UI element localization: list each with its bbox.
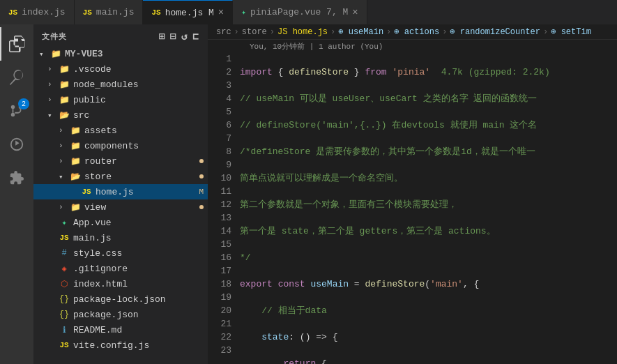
json-file-icon: {} <box>59 294 70 305</box>
tree-item-readme[interactable]: ℹ README.md <box>33 322 208 338</box>
code-line-9: export const useMain = defineStore('main… <box>240 278 617 291</box>
code-line-2: // useMain 可以是 useUser、useCart 之类的名字 返回的… <box>240 92 617 105</box>
code-line-5: 简单点说就可以理解成是一个命名空间。 <box>240 172 617 185</box>
tree-item-router[interactable]: › 📁 router <box>33 153 208 169</box>
modified-dot <box>199 205 204 209</box>
arrow-right: › <box>59 203 70 211</box>
close-icon[interactable]: × <box>218 7 224 18</box>
tree-root[interactable]: ▾ 📁 MY-VUE3 <box>33 46 208 61</box>
new-file-icon[interactable]: ⊞ <box>159 30 166 43</box>
collapse-icon[interactable]: ⊏ <box>192 30 199 43</box>
tree-item-store[interactable]: ▾ 📂 store <box>33 169 208 184</box>
arrow-right: › <box>59 126 70 135</box>
svg-point-2 <box>11 105 15 109</box>
sep: › <box>386 27 391 37</box>
tree-root-label: MY-VUE3 <box>65 49 103 59</box>
code-line-10: // 相当于data <box>240 304 617 317</box>
tree-label: assets <box>84 126 208 136</box>
tree-item-vite-config[interactable]: JS vite.config.js <box>33 338 208 353</box>
tab-label: home.js M <box>165 8 214 18</box>
code-line-7: 第一个是 state，第二个是 getters，第三个是 actions。 <box>240 225 617 238</box>
sidebar: 文件夹 ⊞ ⊟ ↺ ⊏ ▾ 📁 MY-VUE3 › 📁 <box>33 24 208 364</box>
tree-item-public[interactable]: › 📁 public <box>33 92 208 107</box>
tab-index-js[interactable]: JS index.js <box>0 0 75 24</box>
breadcrumb-src: src <box>216 27 231 37</box>
arrow-right: › <box>59 157 70 165</box>
tab-pinia-page[interactable]: ✦ piniaPage.vue 7, M × <box>233 0 367 24</box>
html-file-icon: ⬡ <box>59 278 70 289</box>
code-line-12: return { <box>240 357 617 364</box>
js-icon: JS <box>151 8 160 17</box>
code-editor[interactable]: 12345 678910 1112131415 1617181920 21222… <box>208 52 617 364</box>
tree-item-main-js[interactable]: JS main.js <box>33 230 208 245</box>
folder-open-icon: 📂 <box>70 171 81 182</box>
js-file-icon: JS <box>59 232 70 243</box>
folder-icon: 📁 <box>70 202 81 213</box>
tab-label: index.js <box>22 7 65 17</box>
tree-label: style.css <box>73 248 208 259</box>
arrow-right: › <box>47 80 59 89</box>
code-content[interactable]: import { defineStore } from 'pinia' 4.7k… <box>240 52 617 364</box>
tree-label: .gitignore <box>73 264 208 274</box>
file-tree: ▾ 📁 MY-VUE3 › 📁 .vscode › 📁 node_modules <box>33 46 208 364</box>
svg-point-0 <box>11 113 15 117</box>
sep: › <box>330 27 335 37</box>
code-line-8: */ <box>240 251 617 264</box>
tree-item-node-modules[interactable]: › 📁 node_modules <box>33 77 208 92</box>
tree-item-package-lock[interactable]: {} package-lock.json <box>33 291 208 307</box>
tree-item-index-html[interactable]: ⬡ index.html <box>33 276 208 291</box>
tree-item-components[interactable]: › 📁 components <box>33 138 208 153</box>
tree-item-vscode[interactable]: › 📁 .vscode <box>33 61 208 77</box>
tree-label: README.md <box>73 325 208 335</box>
tree-item-package-json[interactable]: {} package.json <box>33 307 208 322</box>
search-icon[interactable] <box>0 61 33 94</box>
git-file-icon: ◈ <box>59 263 70 274</box>
tree-label: App.vue <box>73 218 208 228</box>
code-line-4: /*defineStore 是需要传参数的，其中第一个参数是id，就是一个唯一 <box>240 145 617 158</box>
git-icon[interactable]: 2 <box>0 94 33 128</box>
folder-icon: 📁 <box>59 79 70 90</box>
arrow-right: › <box>47 96 59 104</box>
folder-open-icon: 📂 <box>59 109 70 121</box>
code-line-11: state: () => { <box>240 331 617 344</box>
code-line-6: 第二个参数就是一个对象，里面有三个模块需要处理， <box>240 198 617 211</box>
tree-item-src[interactable]: ▾ 📂 src <box>33 107 208 123</box>
tree-item-assets[interactable]: › 📁 assets <box>33 123 208 138</box>
debug-icon[interactable] <box>0 128 33 161</box>
tree-label: home.js <box>96 187 199 197</box>
tree-label: public <box>73 95 208 105</box>
breadcrumb-settim: ⊕ setTim <box>551 26 591 37</box>
folder-icon: 📁 <box>50 48 61 59</box>
editor-area: src › store › JS home.js › ⊕ useMain › ⊕… <box>208 24 617 364</box>
breadcrumb-homejs: JS home.js <box>277 27 328 37</box>
arrow-down: ▾ <box>59 172 70 181</box>
js-file-icon: JS <box>59 340 70 351</box>
new-folder-icon[interactable]: ⊟ <box>170 30 177 43</box>
sidebar-header: 文件夹 ⊞ ⊟ ↺ ⊏ <box>33 24 208 46</box>
js-file-icon: JS <box>81 186 92 197</box>
breadcrumb-usemain: ⊕ useMain <box>338 26 383 37</box>
close-icon[interactable]: × <box>352 7 358 18</box>
tree-item-app-vue[interactable]: ✦ App.vue <box>33 215 208 230</box>
tree-label: view <box>84 202 199 213</box>
css-file-icon: # <box>59 248 70 259</box>
modified-badge: M <box>199 188 204 196</box>
refresh-icon[interactable]: ↺ <box>181 30 188 43</box>
arrow-down: ▾ <box>39 50 50 59</box>
tree-label: node_modules <box>73 79 208 90</box>
tree-item-view[interactable]: › 📁 view <box>33 199 208 215</box>
explorer-icon[interactable] <box>0 27 33 61</box>
code-line-1: import { defineStore } from 'pinia' 4.7k… <box>240 66 617 79</box>
modified-dot <box>199 174 204 179</box>
tree-label: main.js <box>73 233 208 243</box>
tree-label: src <box>73 110 208 121</box>
tree-item-gitignore[interactable]: ◈ .gitignore <box>33 261 208 276</box>
tab-main-js[interactable]: JS main.js <box>75 0 144 24</box>
tree-label: store <box>84 172 199 182</box>
tree-item-home-js[interactable]: JS home.js M <box>33 184 208 199</box>
arrow-down: ▾ <box>47 111 59 120</box>
tree-item-style-css[interactable]: # style.css <box>33 245 208 261</box>
tab-home-js[interactable]: JS home.js M × <box>143 0 233 24</box>
author-bar: You, 10分钟前 | 1 author (You) <box>208 40 617 52</box>
extensions-icon[interactable] <box>0 161 33 195</box>
